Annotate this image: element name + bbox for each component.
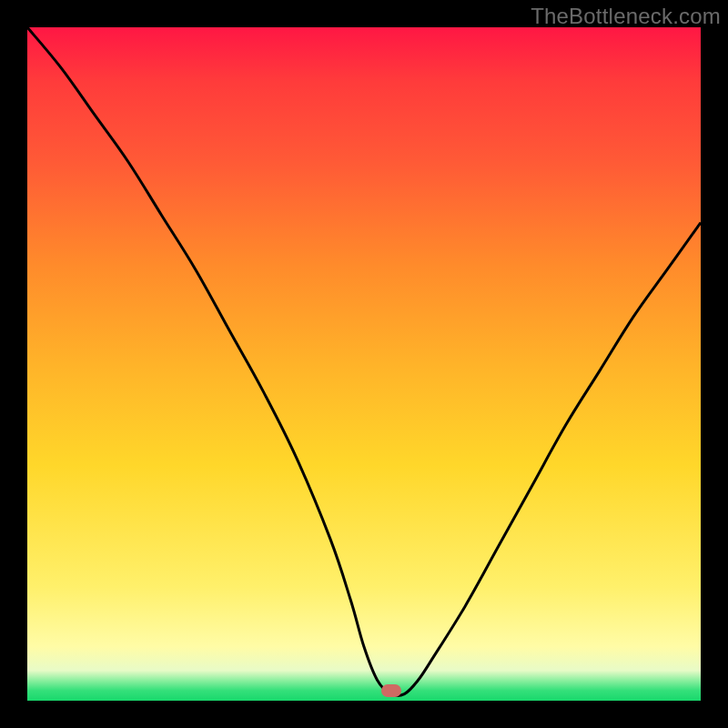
chart-frame: TheBottleneck.com [0,0,728,728]
curve-path [27,27,701,696]
watermark-text: TheBottleneck.com [531,4,721,29]
bottleneck-curve [27,27,701,701]
optimal-point-marker [381,684,401,697]
chart-plot-area [27,27,701,701]
